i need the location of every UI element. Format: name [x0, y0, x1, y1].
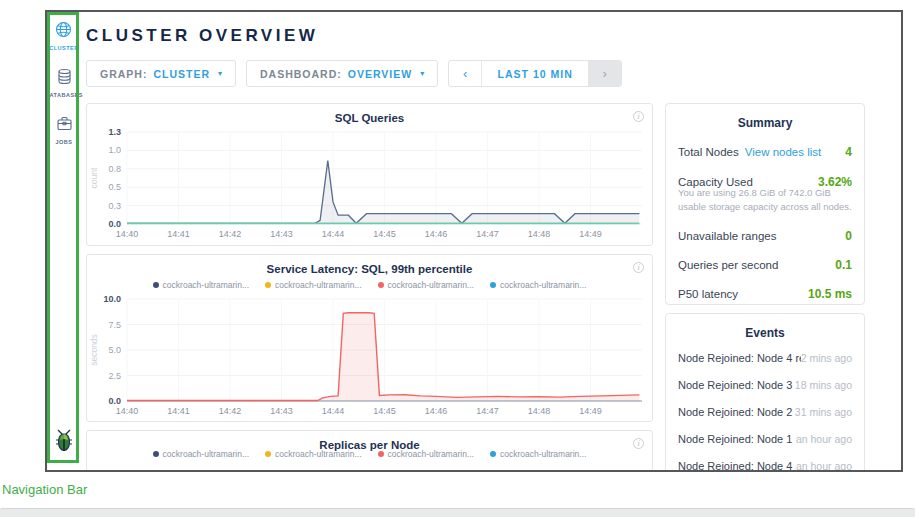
- svg-text:14:42: 14:42: [219, 406, 242, 416]
- svg-text:14:41: 14:41: [167, 229, 190, 239]
- svg-text:5.0: 5.0: [108, 345, 121, 355]
- globe-icon: [55, 21, 72, 42]
- sql-queries-chart-canvas[interactable]: 0.00.30.50.81.01.314:4014:4114:4214:4314…: [87, 124, 652, 241]
- time-range-next-button: ›: [588, 61, 621, 86]
- databases-icon: [56, 68, 73, 89]
- svg-text:seconds: seconds: [89, 334, 99, 366]
- view-nodes-list-link[interactable]: View nodes list: [745, 146, 822, 158]
- legend-entry: cockroach-ultramarin...: [153, 278, 249, 291]
- bottom-strip: [0, 508, 915, 517]
- page-title: CLUSTER OVERVIEW: [86, 26, 901, 46]
- summary-row-unavailable-ranges: Unavailable ranges 0: [678, 221, 852, 250]
- time-range-prev-button[interactable]: ‹: [449, 61, 482, 86]
- svg-text:14:48: 14:48: [528, 229, 551, 239]
- legend-entry: cockroach-ultramarin...: [265, 447, 361, 460]
- dashboard-dropdown-value: OVERVIEW: [348, 68, 412, 80]
- replicas-per-node-chart-canvas[interactable]: 400: [87, 467, 652, 470]
- svg-text:10.0: 10.0: [103, 294, 121, 304]
- sidebar-item-label: CLUSTER: [49, 45, 78, 51]
- svg-text:14:47: 14:47: [476, 406, 499, 416]
- svg-text:0.8: 0.8: [108, 164, 121, 174]
- event-row: Node Rejoined: Node 2 rej... 31 mins ago: [678, 398, 852, 425]
- sidebar-item-databases[interactable]: DATABASES: [45, 68, 83, 98]
- dashboard-content: SQL Queries i 0.00.30.50.81.01.314:4014:…: [86, 103, 901, 470]
- service-latency-chart-canvas[interactable]: 0.02.55.07.510.014:4014:4114:4214:4314:4…: [87, 291, 652, 418]
- sql-queries-chart: SQL Queries i 0.00.30.50.81.01.314:4014:…: [86, 103, 653, 246]
- sidebar-item-label: DATABASES: [45, 92, 83, 98]
- svg-text:14:48: 14:48: [528, 406, 551, 416]
- event-row: Node Rejoined: Node 4 rej... an hour ago: [678, 452, 852, 470]
- admin-ui-window: CLUSTER DATABASES JOBS: [45, 10, 903, 472]
- info-icon[interactable]: i: [633, 111, 644, 122]
- controls-row: GRAPH: CLUSTER ▾ DASHBOARD: OVERVIEW ▾ ‹…: [86, 60, 901, 87]
- dashboard-dropdown-label: DASHBOARD:: [260, 68, 342, 80]
- summary-row-total-nodes: Total NodesView nodes list 4: [678, 134, 852, 167]
- chart-legend: cockroach-ultramarin... cockroach-ultram…: [87, 447, 652, 460]
- sidebar-item-jobs[interactable]: JOBS: [56, 115, 73, 145]
- charts-column: SQL Queries i 0.00.30.50.81.01.314:4014:…: [86, 103, 653, 470]
- svg-text:14:49: 14:49: [579, 229, 602, 239]
- series-dot-icon: [265, 451, 271, 457]
- svg-text:2.5: 2.5: [108, 371, 121, 381]
- briefcase-icon: [56, 115, 73, 136]
- chevron-down-icon: ▾: [218, 69, 222, 78]
- chart-title: SQL Queries: [87, 104, 652, 124]
- graph-dropdown-label: GRAPH:: [100, 68, 147, 80]
- svg-text:14:45: 14:45: [373, 229, 396, 239]
- graph-dropdown[interactable]: GRAPH: CLUSTER ▾: [86, 60, 236, 87]
- time-range-label[interactable]: LAST 10 MIN: [482, 61, 588, 86]
- series-dot-icon: [265, 282, 271, 288]
- navigation-sidebar: CLUSTER DATABASES JOBS: [47, 12, 81, 470]
- right-column: Summary Total NodesView nodes list 4 Cap…: [665, 103, 865, 470]
- svg-text:14:44: 14:44: [322, 406, 345, 416]
- summary-panel: Summary Total NodesView nodes list 4 Cap…: [665, 103, 865, 305]
- svg-text:7.5: 7.5: [108, 320, 121, 330]
- legend-entry: cockroach-ultramarin...: [378, 447, 474, 460]
- series-dot-icon: [490, 282, 496, 288]
- series-dot-icon: [153, 282, 159, 288]
- series-dot-icon: [378, 451, 384, 457]
- series-dot-icon: [153, 451, 159, 457]
- chart-legend: cockroach-ultramarin... cockroach-ultram…: [87, 278, 652, 291]
- chart-title: Service Latency: SQL, 99th percentile: [87, 255, 652, 275]
- main-content: CLUSTER OVERVIEW GRAPH: CLUSTER ▾ DASHBO…: [81, 12, 901, 470]
- time-range-selector: ‹ LAST 10 MIN ›: [448, 60, 622, 87]
- svg-text:14:46: 14:46: [425, 229, 448, 239]
- dashboard-dropdown[interactable]: DASHBOARD: OVERVIEW ▾: [246, 60, 438, 87]
- legend-entry: cockroach-ultramarin...: [378, 278, 474, 291]
- capacity-used-subtext: You are using 26.8 GiB of 742.0 GiB usab…: [678, 186, 852, 221]
- sidebar-item-cluster[interactable]: CLUSTER: [49, 21, 78, 51]
- annotation-label: Navigation Bar: [2, 482, 87, 497]
- series-dot-icon: [490, 451, 496, 457]
- svg-text:0.0: 0.0: [108, 396, 121, 406]
- legend-entry: cockroach-ultramarin...: [153, 447, 249, 460]
- svg-text:14:43: 14:43: [270, 406, 293, 416]
- cockroachdb-logo[interactable]: [54, 428, 74, 456]
- svg-text:0.3: 0.3: [108, 201, 121, 211]
- legend-entry: cockroach-ultramarin...: [490, 278, 586, 291]
- service-latency-chart: Service Latency: SQL, 99th percentile i …: [86, 254, 653, 422]
- info-icon[interactable]: i: [633, 262, 644, 273]
- svg-text:14:49: 14:49: [579, 406, 602, 416]
- svg-text:0.5: 0.5: [108, 182, 121, 192]
- svg-text:0.0: 0.0: [108, 219, 121, 229]
- events-title: Events: [678, 314, 852, 344]
- svg-text:14:44: 14:44: [322, 229, 345, 239]
- svg-text:14:40: 14:40: [116, 406, 139, 416]
- svg-text:14:43: 14:43: [270, 229, 293, 239]
- svg-text:14:40: 14:40: [116, 229, 139, 239]
- svg-text:count: count: [89, 167, 99, 188]
- event-row: Node Rejoined: Node 3 rej... 18 mins ago: [678, 371, 852, 398]
- legend-entry: cockroach-ultramarin...: [265, 278, 361, 291]
- legend-entry: cockroach-ultramarin...: [490, 447, 586, 460]
- svg-text:14:42: 14:42: [219, 229, 242, 239]
- graph-dropdown-value: CLUSTER: [153, 68, 210, 80]
- summary-row-queries-per-second: Queries per second 0.1: [678, 250, 852, 279]
- sidebar-item-label: JOBS: [56, 139, 73, 145]
- svg-text:14:46: 14:46: [425, 406, 448, 416]
- summary-title: Summary: [678, 104, 852, 134]
- replicas-per-node-chart: Replicas per Node i cockroach-ultramarin…: [86, 430, 653, 470]
- events-panel: Events Node Rejoined: Node 4 rej... 2 mi…: [665, 313, 865, 470]
- event-row: Node Rejoined: Node 1 rej... an hour ago: [678, 425, 852, 452]
- chevron-down-icon: ▾: [420, 69, 424, 78]
